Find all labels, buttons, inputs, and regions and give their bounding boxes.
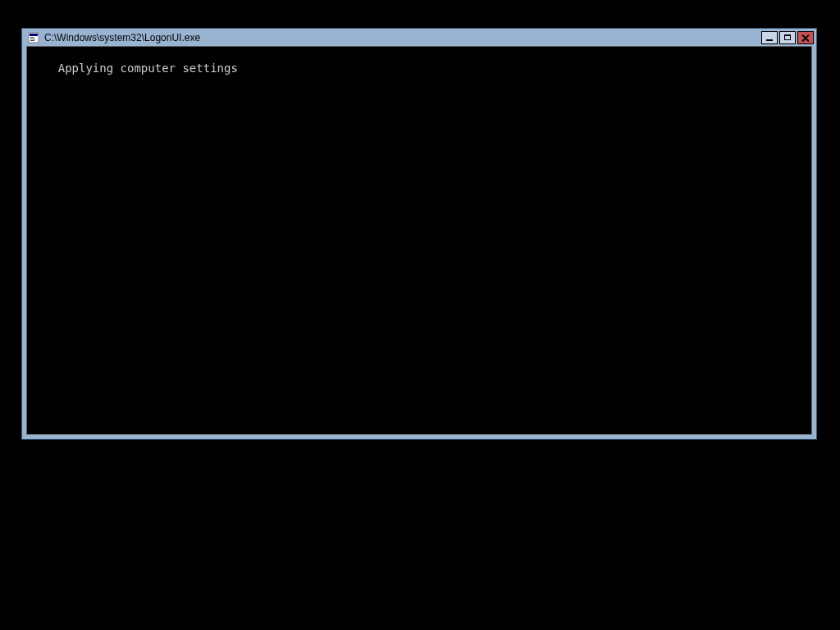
console-text: Applying computer settings xyxy=(58,62,238,75)
window-title: C:\Windows\system32\LogonUI.exe xyxy=(44,32,761,43)
console-window: C:\Windows\system32\LogonUI.exe Applying… xyxy=(21,28,817,440)
close-icon xyxy=(801,34,810,42)
app-icon xyxy=(27,31,40,44)
maximize-button[interactable] xyxy=(779,31,796,44)
close-button[interactable] xyxy=(797,31,814,44)
svg-rect-3 xyxy=(30,39,35,39)
svg-rect-4 xyxy=(30,40,34,41)
svg-rect-2 xyxy=(30,37,34,38)
minimize-icon xyxy=(766,39,773,41)
svg-rect-1 xyxy=(30,34,38,36)
maximize-icon xyxy=(784,34,791,40)
console-output[interactable]: Applying computer settings xyxy=(26,46,812,435)
window-controls xyxy=(761,31,814,44)
titlebar[interactable]: C:\Windows\system32\LogonUI.exe xyxy=(22,29,816,46)
minimize-button[interactable] xyxy=(761,31,778,44)
